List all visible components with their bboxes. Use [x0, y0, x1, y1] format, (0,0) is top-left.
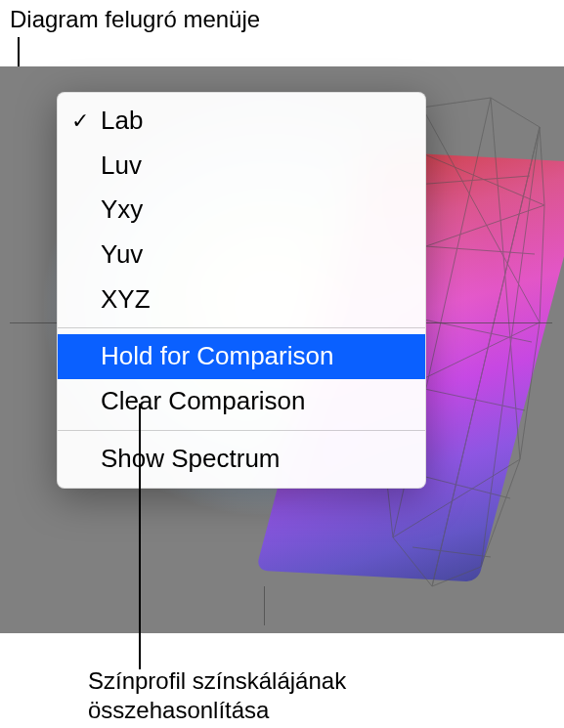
callout-line-bottom — [139, 404, 141, 669]
menu-item-luv[interactable]: Luv — [58, 144, 425, 189]
callout-bottom-line2: összehasonlítása — [88, 697, 269, 723]
menu-item-yxy[interactable]: Yxy — [58, 188, 425, 233]
axis-vertical — [264, 586, 265, 625]
menu-separator — [58, 327, 425, 328]
menu-item-hold-comparison[interactable]: Hold for Comparison — [58, 334, 425, 379]
menu-item-lab[interactable]: ✓ Lab — [58, 99, 425, 144]
menu-item-clear-comparison[interactable]: Clear Comparison — [58, 379, 425, 424]
callout-top-label: Diagram felugró menüje — [10, 6, 260, 33]
callout-bottom-line1: Színprofil színskálájának — [88, 667, 346, 694]
menu-item-show-spectrum[interactable]: Show Spectrum — [58, 437, 425, 482]
menu-separator — [58, 430, 425, 431]
checkmark-icon: ✓ — [71, 106, 101, 137]
menu-item-yuv[interactable]: Yuv — [58, 233, 425, 278]
menu-item-xyz[interactable]: XYZ — [58, 278, 425, 322]
menu-item-label: Yxy — [101, 192, 143, 229]
menu-item-label: Hold for Comparison — [101, 338, 333, 375]
menu-item-label: Show Spectrum — [101, 441, 281, 478]
menu-item-label: XYZ — [101, 281, 151, 319]
diagram-popup-menu[interactable]: ✓ Lab Luv Yxy Yuv XYZ Hold for Compariso… — [57, 92, 426, 489]
menu-item-label: Luv — [101, 148, 142, 185]
menu-item-label: Lab — [101, 103, 143, 140]
menu-item-label: Yuv — [101, 236, 143, 274]
callout-bottom-label: Színprofil színskálájának összehasonlítá… — [88, 666, 346, 725]
menu-item-label: Clear Comparison — [101, 383, 306, 420]
